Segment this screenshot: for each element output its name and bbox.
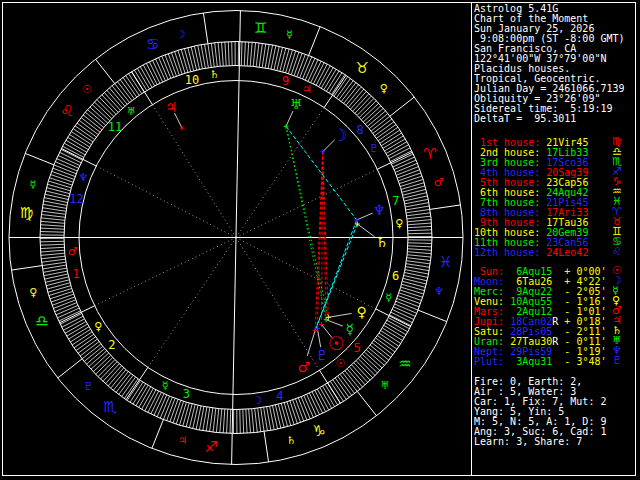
stat-text: Learn: 3, Share: 7 — [474, 436, 582, 447]
house-cusp-value: 24Leo42 — [546, 247, 588, 258]
planet-label: Plut: — [474, 356, 504, 367]
plut-icon: ♇ — [612, 355, 622, 367]
leo-sign-icon: ♌ — [612, 246, 622, 258]
chart-info-text: DeltaT = 95.3011 — [474, 113, 576, 124]
planet-position-row: Plut: 3Aqu31 - 3°48'♇ — [474, 357, 607, 367]
chart-info-line: DeltaT = 95.3011 — [474, 114, 576, 124]
stat-line: Learn: 3, Share: 7 — [474, 437, 582, 447]
house-cusp-row: 12th house: 24Leo42♌ — [474, 248, 588, 258]
panel-divider — [471, 2, 472, 476]
planet-position-value: 3Aqu31 — [510, 356, 552, 367]
chart-info-panel: Astrolog 5.41GChart of the MomentSun Jan… — [474, 0, 638, 480]
planet-offset-value: - 3°48' — [564, 356, 606, 367]
house-label: 12th house: — [474, 247, 540, 258]
astrolog-window: 1♂2♀3☿4☽5☉6☿7♀8♇9♃10♄11♅12♆♈♂♉♀♊☿♋☽♌☉♍☿♎… — [0, 0, 640, 480]
